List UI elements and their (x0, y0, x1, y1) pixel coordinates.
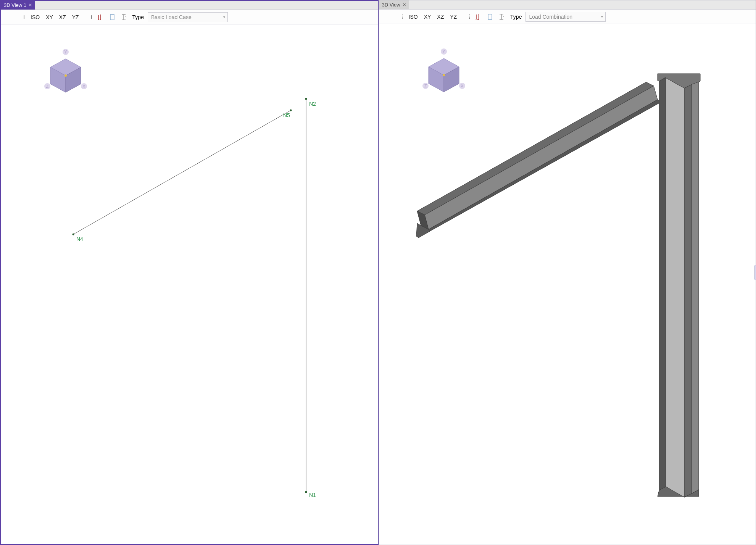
tab-3d-view[interactable]: 3D View ✕ (379, 0, 409, 9)
section-b-icon[interactable] (496, 12, 506, 22)
type-value: Basic Load Case (151, 14, 192, 20)
svg-marker-55 (665, 77, 684, 497)
toolbar-top-right: ISO XY XZ YZ Type Load Combination (379, 10, 756, 24)
toolbar-grip[interactable] (24, 15, 26, 19)
svg-marker-58 (692, 81, 699, 493)
tab-strip-left: 3D View 1 ✕ (1, 1, 378, 10)
node-n2-label: N2 (309, 101, 316, 107)
panel-3d-view-1: 3D View 1 ✕ ISO XY XZ YZ Type Basic Load… (0, 0, 379, 545)
align-view-icon[interactable] (474, 12, 484, 22)
view-xy-button[interactable]: XY (44, 13, 55, 22)
node-n5-label: N5 (283, 112, 290, 118)
view-yz-button[interactable]: YZ (70, 13, 81, 22)
toolbar-grip[interactable] (91, 15, 93, 19)
tab-strip-right: 3D View ✕ (379, 0, 756, 10)
type-dropdown[interactable]: Load Combination (525, 12, 606, 22)
align-view-icon[interactable] (96, 12, 106, 22)
section-a-icon[interactable] (107, 12, 117, 22)
wireframe-model (1, 24, 378, 544)
type-label: Type (510, 14, 522, 20)
close-icon[interactable]: ✕ (403, 2, 406, 7)
viewport-left[interactable]: Y X Z N4 N5 N2 N1 (1, 24, 378, 544)
svg-rect-0 (110, 15, 114, 20)
type-dropdown[interactable]: Basic Load Case (148, 12, 228, 22)
close-icon[interactable]: ✕ (29, 3, 32, 8)
type-value: Load Combination (529, 14, 572, 20)
toolbar-grip[interactable] (469, 15, 471, 19)
view-xz-button[interactable]: XZ (435, 12, 446, 21)
node-n5-dot[interactable] (290, 110, 292, 111)
tab-3d-view-1[interactable]: 3D View 1 ✕ (1, 1, 35, 10)
view-iso-button[interactable]: ISO (406, 12, 420, 21)
view-xy-button[interactable]: XY (422, 12, 434, 21)
svg-marker-57 (659, 77, 666, 490)
node-n2-dot[interactable] (305, 98, 307, 100)
section-b-icon[interactable] (119, 12, 129, 22)
node-n4-dot[interactable] (73, 234, 74, 235)
view-iso-button[interactable]: ISO (28, 13, 42, 22)
view-yz-button[interactable]: YZ (448, 12, 459, 21)
section-a-icon[interactable] (485, 12, 495, 22)
rendered-model (379, 24, 756, 545)
tab-label: 3D View (382, 2, 400, 8)
svg-marker-56 (684, 84, 692, 497)
viewport-right[interactable]: Y X Z (379, 24, 756, 545)
node-n1-label: N1 (309, 492, 316, 498)
svg-marker-52 (425, 86, 658, 229)
node-n1-dot[interactable] (305, 491, 307, 493)
node-n4-label: N4 (76, 236, 83, 242)
panel-3d-view: 3D View ✕ ISO XY XZ YZ Type Load Combina… (379, 0, 756, 545)
svg-rect-26 (488, 14, 492, 19)
toolbar-grip[interactable] (402, 15, 404, 19)
svg-line-24 (73, 110, 291, 234)
tab-label: 3D View 1 (4, 2, 26, 8)
resize-handle[interactable] (754, 265, 756, 280)
svg-marker-50 (417, 82, 654, 215)
svg-marker-54 (429, 100, 661, 231)
view-xz-button[interactable]: XZ (57, 13, 68, 22)
type-label: Type (132, 14, 144, 20)
toolbar-top-left: ISO XY XZ YZ Type Basic Load Case (1, 10, 378, 24)
